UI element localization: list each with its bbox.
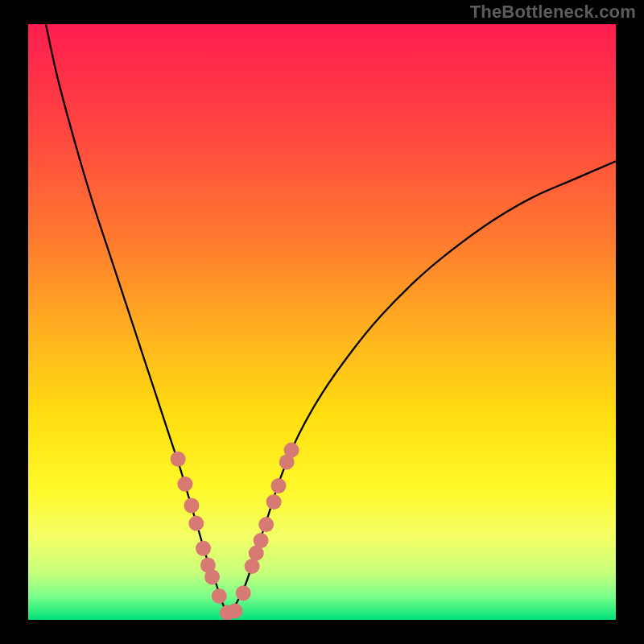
marker-point <box>184 497 199 513</box>
plot-background <box>28 24 616 620</box>
marker-point <box>177 477 192 492</box>
marker-point <box>171 452 186 467</box>
marker-point <box>245 559 260 574</box>
marker-point <box>254 533 269 548</box>
marker-point <box>270 478 286 493</box>
chart-stage: TheBottleneck.com <box>0 0 644 644</box>
marker-point <box>236 585 251 601</box>
marker-point <box>196 541 211 556</box>
marker-point <box>204 569 220 584</box>
marker-point <box>284 443 299 458</box>
watermark-label: TheBottleneck.com <box>470 2 636 23</box>
marker-point <box>266 494 282 510</box>
marker-point <box>227 603 242 618</box>
marker-point <box>258 517 274 532</box>
marker-point <box>212 588 227 604</box>
bottleneck-chart <box>0 0 644 644</box>
marker-point <box>188 516 204 531</box>
